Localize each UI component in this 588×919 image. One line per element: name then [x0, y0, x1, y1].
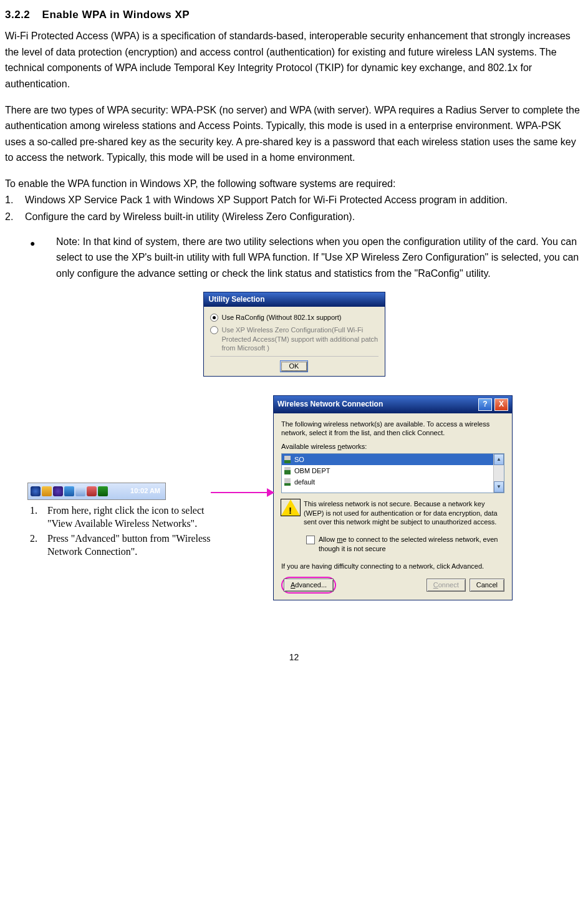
- tray-icon[interactable]: [64, 486, 74, 496]
- dialog-footer: Advanced... Connect Cancel: [281, 577, 504, 593]
- tray-icon[interactable]: [42, 486, 52, 496]
- requirements-lead: To enable the WPA function in Windows XP…: [5, 176, 583, 192]
- item-text: Windows XP Service Pack 1 with Windows X…: [25, 192, 583, 208]
- paragraph-1: Wi-Fi Protected Access (WPA) is a specif…: [5, 28, 583, 92]
- scroll-up-icon[interactable]: ▲: [494, 454, 504, 465]
- network-item[interactable]: OBM DEPT: [282, 465, 504, 476]
- dialog-titlebar: Wireless Network Connection ? X: [274, 396, 512, 413]
- item-number: 1.: [5, 192, 25, 208]
- item-number: 2.: [5, 209, 25, 225]
- radio-icon: [210, 314, 218, 322]
- network-item[interactable]: SO: [282, 454, 504, 465]
- radio-option-raconfig[interactable]: Use RaConfig (Without 802.1x support): [210, 313, 378, 322]
- scrollbar[interactable]: ▲ ▼: [493, 454, 504, 493]
- paragraph-2: There are two types of WPA security: WPA…: [5, 102, 583, 166]
- bullet-icon: ●: [30, 234, 56, 282]
- item-number: 2.: [30, 532, 47, 559]
- warning-row: ! This wireless network is not secure. B…: [281, 499, 504, 526]
- dialog-body: Use RaConfig (Without 802.1x support) Us…: [204, 307, 385, 375]
- ok-button[interactable]: OK: [280, 360, 309, 372]
- help-button[interactable]: ?: [478, 398, 492, 411]
- figure-left: 10:02 AM 1. From here, right click the i…: [5, 395, 211, 560]
- intro-text: The following wireless network(s) are av…: [281, 420, 504, 438]
- signal-icon: [284, 478, 291, 486]
- note-block: ● Note: In that kind of system, there ar…: [30, 234, 583, 282]
- dialog-title: Utility Selection: [204, 292, 385, 307]
- checkbox-label: Allow me to connect to the selected wire…: [319, 535, 504, 553]
- step-list: 1. From here, right click the icon to se…: [30, 504, 211, 559]
- scroll-down-icon[interactable]: ▼: [494, 481, 504, 493]
- section-number: 3.2.2: [5, 9, 30, 21]
- difficulty-text: If you are having difficulty connecting …: [281, 562, 504, 570]
- network-item[interactable]: default: [282, 476, 504, 488]
- utility-selection-dialog: Utility Selection Use RaConfig (Without …: [203, 292, 385, 377]
- list-item: 1. From here, right click the icon to se…: [30, 504, 211, 531]
- warning-icon: !: [281, 499, 300, 517]
- signal-icon: [284, 456, 291, 463]
- system-tray[interactable]: 10:02 AM: [27, 483, 166, 500]
- figure-row: 10:02 AM 1. From here, right click the i…: [5, 395, 583, 600]
- dialog-body: The following wireless network(s) are av…: [274, 413, 512, 600]
- wireless-connection-dialog: Wireless Network Connection ? X The foll…: [273, 395, 513, 600]
- tray-clock: 10:02 AM: [128, 486, 163, 497]
- list-item: 2. Press "Advanced" button from "Wireles…: [30, 532, 211, 559]
- network-listbox[interactable]: SO OBM DEPT default ▲ ▼: [281, 453, 504, 493]
- tray-icon[interactable]: [53, 486, 63, 496]
- cancel-button[interactable]: Cancel: [470, 579, 504, 591]
- tray-icon[interactable]: [31, 486, 41, 496]
- item-number: 1.: [30, 504, 47, 531]
- tray-icon[interactable]: [87, 486, 97, 496]
- note-text: Note: In that kind of system, there are …: [56, 234, 583, 282]
- radio-option-xpzero[interactable]: Use XP Wireless Zero Configuration(Full …: [210, 325, 378, 352]
- close-button[interactable]: X: [494, 398, 508, 411]
- section-heading: 3.2.2 Enable WPA in Windows XP: [5, 6, 583, 23]
- radio-label: Use RaConfig (Without 802.1x support): [222, 313, 342, 322]
- arrow-head-icon: [267, 488, 274, 497]
- page-number: 12: [5, 650, 583, 664]
- signal-icon: [284, 467, 291, 474]
- radio-icon: [210, 326, 218, 334]
- connect-button[interactable]: Connect: [427, 579, 466, 591]
- arrow-annotation: [211, 395, 273, 493]
- radio-label: Use XP Wireless Zero Configuration(Full …: [222, 325, 378, 352]
- item-text: Configure the card by Wireless built-in …: [25, 209, 583, 225]
- item-text: From here, right click the icon to selec…: [47, 504, 211, 531]
- item-text: Press "Advanced" button from "Wireless N…: [47, 532, 211, 559]
- allow-checkbox-row[interactable]: Allow me to connect to the selected wire…: [306, 535, 504, 553]
- dialog-footer: OK: [210, 356, 378, 372]
- checkbox-icon[interactable]: [306, 536, 315, 544]
- section-title: Enable WPA in Windows XP: [42, 9, 190, 21]
- tray-icon[interactable]: [75, 486, 85, 496]
- dialog-title: Wireless Network Connection: [277, 400, 476, 410]
- list-item: 1. Windows XP Service Pack 1 with Window…: [5, 192, 583, 208]
- warning-text: This wireless network is not secure. Bec…: [304, 499, 504, 526]
- list-item: 2. Configure the card by Wireless built-…: [5, 209, 583, 225]
- requirements-list: 1. Windows XP Service Pack 1 with Window…: [5, 192, 583, 225]
- tray-icon[interactable]: [98, 486, 108, 496]
- arrow-line: [211, 492, 273, 493]
- highlight-circle: Advanced...: [281, 577, 336, 593]
- network-name: default: [294, 478, 315, 486]
- available-label: Available wireless networks:: [281, 442, 504, 451]
- network-name: OBM DEPT: [294, 466, 330, 475]
- network-name: SO: [294, 455, 304, 464]
- advanced-button[interactable]: Advanced...: [284, 579, 334, 591]
